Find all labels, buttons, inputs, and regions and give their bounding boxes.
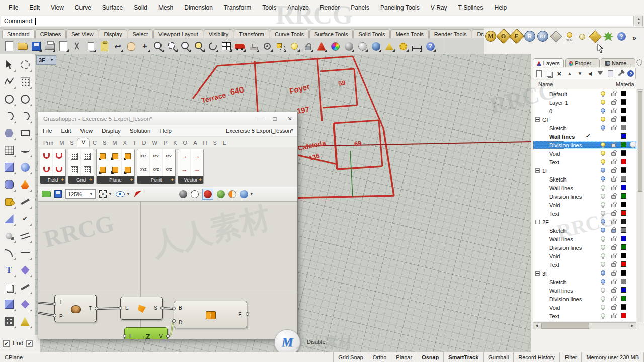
layer-row-void[interactable]: Void <box>533 252 636 260</box>
move-button[interactable]: + <box>139 40 151 52</box>
toolbar-tab-select[interactable]: Select <box>128 29 153 38</box>
layer-lock-icon[interactable] <box>611 306 616 310</box>
layers-vscrollbar[interactable] <box>637 89 643 322</box>
expand-collapse-icon[interactable] <box>535 271 540 276</box>
layer-lock-icon[interactable] <box>611 152 616 156</box>
gh-grid-component-button[interactable] <box>68 163 81 176</box>
layer-lock-icon[interactable] <box>611 212 616 216</box>
node-port[interactable] <box>95 307 98 310</box>
toolbar-tab-render-tools[interactable]: Render Tools <box>429 29 472 38</box>
extrude-component[interactable]: BDE↑ <box>174 301 247 328</box>
layer-color-swatch[interactable] <box>621 99 626 105</box>
layer-color-swatch[interactable] <box>621 142 626 147</box>
layer-color-swatch[interactable] <box>621 279 626 284</box>
zoom-selected-button[interactable] <box>193 40 205 52</box>
palette-control-points-button[interactable] <box>18 73 33 90</box>
gh-field-component-button[interactable] <box>40 163 53 176</box>
layer-lock-icon[interactable] <box>611 204 616 207</box>
chevron-down-icon[interactable]: ▼ <box>108 192 112 196</box>
measure-button[interactable] <box>411 40 423 52</box>
gh-point-component-button[interactable]: XYZ <box>163 149 175 163</box>
palette-text-button[interactable]: T <box>2 261 17 279</box>
layer-row-default[interactable]: Default <box>533 89 636 98</box>
gh-group-label[interactable]: Point+ <box>137 176 175 184</box>
palette-surface-patch-button[interactable] <box>2 142 17 159</box>
palette-visibility-button[interactable] <box>2 296 17 313</box>
render-diamond-button[interactable] <box>549 31 562 51</box>
gh-tab-m-6[interactable]: M <box>109 139 120 147</box>
layer-visibility-bulb-icon[interactable] <box>601 151 605 155</box>
pan-button[interactable] <box>125 40 137 52</box>
gh-grid-component-button[interactable] <box>68 149 81 163</box>
gh-tab-d-9[interactable]: D <box>139 139 149 147</box>
toolbar-tab-surface-tools[interactable]: Surface Tools <box>309 29 353 38</box>
layer-visibility-bulb-icon[interactable] <box>601 168 605 172</box>
panel-tab-layers[interactable]: Layers <box>533 58 564 67</box>
expand-collapse-icon[interactable] <box>535 117 540 122</box>
layer-color-swatch[interactable] <box>621 133 626 139</box>
zoom-window-button[interactable] <box>180 40 192 52</box>
gh-tab-m-1[interactable]: M <box>56 139 67 147</box>
layer-visibility-bulb-icon[interactable] <box>601 313 605 318</box>
ghosted-view-button[interactable] <box>356 40 368 52</box>
help-button[interactable]: ? <box>626 69 635 78</box>
gh-group-label[interactable]: Plane+ <box>97 176 134 184</box>
layer-visibility-bulb-icon[interactable] <box>601 253 605 258</box>
palette-rectangle-button[interactable] <box>18 125 33 142</box>
layer-row-1f[interactable]: 1F <box>533 166 636 175</box>
gh-vector-component-button[interactable]: → <box>191 149 203 163</box>
toolbar-tab-display[interactable]: Display <box>99 29 127 38</box>
chevron-down-icon[interactable]: ▼ <box>48 58 54 62</box>
palette-cutter-button[interactable] <box>18 193 33 210</box>
zoom-lasso-button[interactable] <box>166 40 178 52</box>
layer-lock-icon[interactable] <box>611 101 616 105</box>
layer-lock-icon[interactable] <box>611 281 616 284</box>
gh-field-component-button[interactable] <box>53 149 65 163</box>
gh-tab-x-7[interactable]: X <box>120 139 130 147</box>
command-input[interactable]: Command: <box>1 16 634 26</box>
statusbar-smarttrack[interactable]: SmartTrack <box>444 352 484 362</box>
preview-blue-icon[interactable] <box>240 190 248 198</box>
palette-box-button[interactable] <box>2 159 17 176</box>
preview-material-icon[interactable] <box>228 190 236 198</box>
node-port[interactable] <box>172 307 176 310</box>
layer-tools-button[interactable] <box>616 69 625 78</box>
copy-layer-button[interactable] <box>544 69 553 78</box>
vray-m-badge-button[interactable]: M <box>484 31 497 51</box>
statusbar-grid-snap[interactable]: Grid Snap <box>334 352 368 362</box>
toolbar-overflow-button[interactable]: » <box>628 31 641 51</box>
expand-collapse-icon[interactable] <box>535 220 540 224</box>
node-port[interactable] <box>119 306 122 310</box>
layer-lock-icon[interactable] <box>611 263 616 267</box>
node-port[interactable] <box>53 314 56 317</box>
layer-lock-icon[interactable] <box>611 127 616 130</box>
layer-color-swatch[interactable] <box>621 270 626 276</box>
layer-color-swatch[interactable] <box>621 253 626 258</box>
sketch-pen-icon[interactable] <box>134 191 142 198</box>
gh-group-label[interactable]: Field+ <box>40 176 65 184</box>
statusbar-ortho[interactable]: Ortho <box>368 352 392 362</box>
layer-color-swatch[interactable] <box>621 261 626 267</box>
gh-plane-component-button[interactable] <box>97 163 109 176</box>
unit-z-component[interactable]: FVZ <box>124 327 168 339</box>
layer-visibility-bulb-icon[interactable] <box>601 211 605 215</box>
layer-row-division-lines[interactable]: Division lines <box>533 192 636 201</box>
gh-tab-s-5[interactable]: S <box>100 139 109 147</box>
layer-material-icon[interactable] <box>630 141 636 148</box>
layer-visibility-bulb-icon[interactable] <box>601 202 605 207</box>
lock-objects-button[interactable] <box>302 40 314 52</box>
toolbar-tab-standard[interactable]: Standard <box>2 29 35 38</box>
layer-color-swatch[interactable] <box>621 236 626 241</box>
layer-lock-icon[interactable] <box>611 178 616 182</box>
layer-row-gf[interactable]: GF <box>533 115 636 124</box>
node-port[interactable] <box>160 306 164 310</box>
layer-lock-icon[interactable] <box>611 187 616 190</box>
menu-transform[interactable]: Transform <box>218 4 257 11</box>
layer-visibility-bulb-icon[interactable] <box>601 245 605 249</box>
layer-color-swatch[interactable] <box>621 167 626 173</box>
layer-lock-icon[interactable] <box>611 289 616 293</box>
gh-vector-component-button[interactable]: → <box>178 149 191 163</box>
render-r-badge-button[interactable]: R <box>523 31 536 51</box>
panel-tab-name[interactable]: Name... <box>601 58 635 67</box>
gh-field-component-button[interactable] <box>40 149 53 163</box>
